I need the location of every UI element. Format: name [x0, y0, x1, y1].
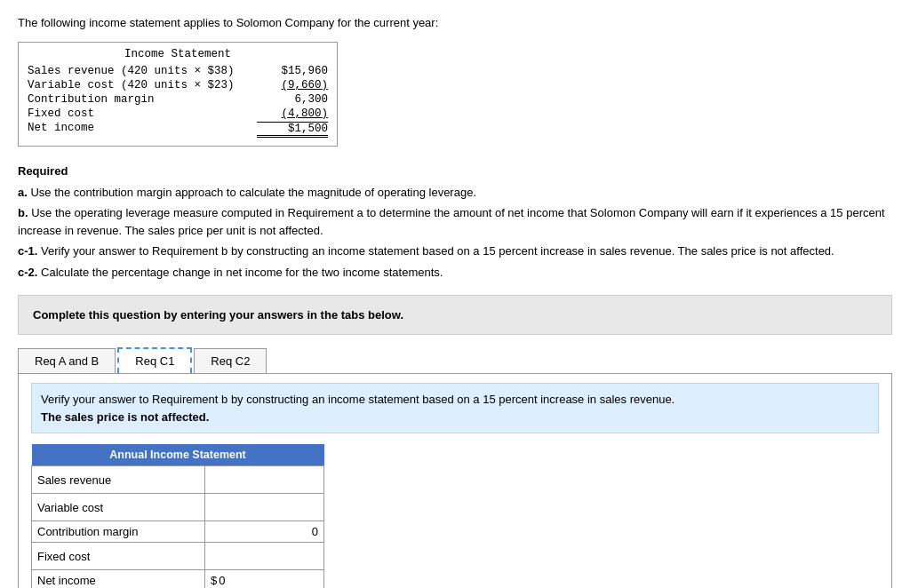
req-b-bold: b. — [18, 206, 28, 219]
net-income-value: $ 0 — [211, 574, 318, 587]
is-value-contribution: 6,300 — [257, 93, 328, 106]
table-row-sales: Sales revenue — [32, 466, 324, 494]
input-sales-revenue[interactable] — [211, 470, 318, 489]
net-income-number: 0 — [219, 574, 225, 587]
table-row-variable: Variable cost — [32, 494, 324, 521]
table-cell-sales[interactable] — [204, 466, 323, 494]
req-a: a. Use the contribution margin approach … — [18, 184, 892, 202]
tabs-row: Req A and B Req C1 Req C2 — [18, 347, 892, 373]
tab-req-c2[interactable]: Req C2 — [194, 348, 267, 373]
input-variable-cost[interactable] — [211, 497, 318, 517]
table-cell-net: $ 0 — [204, 570, 323, 589]
is-row-sales: Sales revenue (420 units × $38) $15,960 — [28, 64, 328, 78]
input-fixed-cost[interactable] — [211, 546, 318, 566]
table-cell-variable[interactable] — [204, 494, 323, 521]
is-label-sales: Sales revenue (420 units × $38) — [28, 65, 252, 77]
required-title: Required — [18, 163, 892, 180]
is-row-variable: Variable cost (420 units × $23) (9,660) — [28, 78, 328, 92]
is-value-variable: (9,660) — [257, 79, 328, 91]
is-title: Income Statement — [28, 48, 328, 60]
table-row-net: Net income $ 0 — [32, 570, 324, 589]
req-c2-bold: c-2. — [18, 266, 37, 279]
intro-text: The following income statement applies t… — [18, 16, 892, 29]
required-section: Required a. Use the contribution margin … — [18, 163, 892, 281]
table-label-sales: Sales revenue — [32, 466, 205, 494]
tab-req-c1[interactable]: Req C1 — [117, 347, 192, 373]
is-label-variable: Variable cost (420 units × $23) — [28, 79, 252, 91]
is-label-contribution: Contribution margin — [28, 93, 172, 106]
table-cell-fixed[interactable] — [204, 543, 323, 570]
income-statement-box: Income Statement Sales revenue (420 unit… — [18, 42, 338, 147]
table-label-net: Net income — [32, 570, 205, 589]
annual-table-header: Annual Income Statement — [32, 444, 324, 466]
table-cell-contribution: 0 — [204, 521, 323, 543]
complete-box: Complete this question by entering your … — [18, 295, 892, 335]
is-value-net: $1,500 — [257, 122, 328, 138]
dollar-sign: $ — [211, 574, 217, 587]
req-c1: c-1. Verify your answer to Requirement b… — [18, 242, 892, 260]
req-c1-bold: c-1. — [18, 244, 37, 258]
sales-price-note: The sales price is not affected. — [41, 410, 209, 424]
tabs-container: Req A and B Req C1 Req C2 — [18, 347, 892, 374]
req-a-bold: a. — [18, 186, 28, 199]
is-row-net: Net income $1,500 — [28, 121, 328, 139]
is-row-contribution: Contribution margin 6,300 — [28, 92, 328, 107]
is-value-fixed: (4,800) — [257, 107, 328, 120]
is-row-fixed: Fixed cost (4,800) — [28, 107, 328, 121]
table-row-contribution: Contribution margin 0 — [32, 521, 324, 543]
req-b: b. Use the operating leverage measure co… — [18, 204, 892, 239]
is-label-fixed: Fixed cost — [28, 107, 112, 120]
is-label-net: Net income — [28, 122, 112, 138]
table-label-variable: Variable cost — [32, 494, 205, 521]
tab-description: Verify your answer to Requirement b by c… — [31, 383, 879, 433]
tab-req-ab[interactable]: Req A and B — [18, 348, 116, 373]
tab-content-c1: Verify your answer to Requirement b by c… — [18, 374, 892, 588]
is-value-sales: $15,960 — [257, 65, 328, 77]
req-c2: c-2. Calculate the percentage change in … — [18, 264, 892, 282]
annual-income-table: Annual Income Statement Sales revenue Va… — [31, 444, 324, 588]
table-label-contribution: Contribution margin — [32, 521, 205, 543]
table-row-fixed: Fixed cost — [32, 543, 324, 570]
table-label-fixed: Fixed cost — [32, 543, 205, 570]
